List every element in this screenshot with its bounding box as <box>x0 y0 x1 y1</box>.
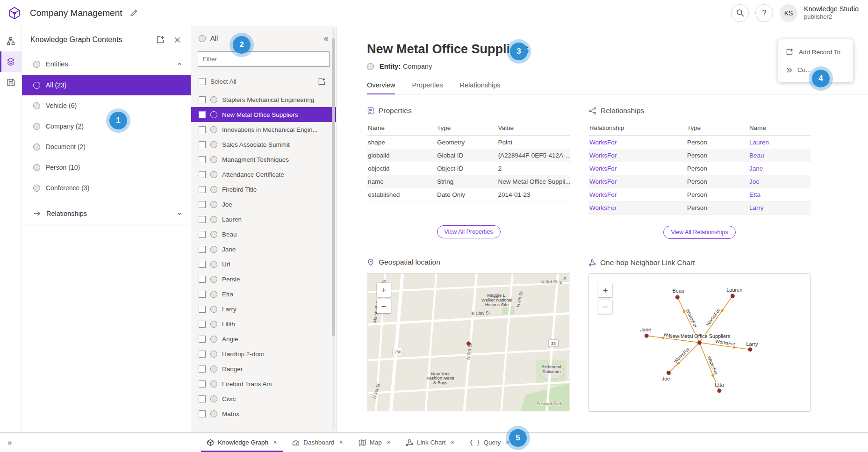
map-marker[interactable] <box>467 342 471 345</box>
record-link[interactable]: WorksFor <box>588 188 686 201</box>
list-item-larry[interactable]: Larry <box>191 301 336 316</box>
zoom-out-button[interactable]: − <box>598 300 612 314</box>
list-item-civic[interactable]: Civic <box>191 391 336 406</box>
graph-node-joe[interactable] <box>667 371 671 375</box>
list-item-innovations-in-mechanical-engin[interactable]: Innovations in Mechanical Engin... <box>191 122 336 137</box>
list-item-managment-techniques[interactable]: Managment Techniques <box>191 152 336 167</box>
zoom-out-button[interactable]: − <box>377 299 391 313</box>
record-link[interactable]: WorksFor <box>588 175 686 188</box>
scrollbar[interactable] <box>332 28 335 430</box>
record-link[interactable]: Beau <box>748 149 811 162</box>
list-item-jane[interactable]: Jane <box>191 242 336 257</box>
item-checkbox[interactable] <box>199 395 206 402</box>
item-checkbox[interactable] <box>199 276 206 283</box>
list-item-uri[interactable]: Uri <box>191 257 336 272</box>
link-chart[interactable]: WorksForWorksForWorksForWorksForWorksFor… <box>588 273 811 412</box>
item-checkbox[interactable] <box>199 156 206 163</box>
expand-map-icon[interactable] <box>560 277 566 284</box>
item-checkbox[interactable] <box>199 351 206 358</box>
entity-filter-vehicle-6[interactable]: Vehicle (6) <box>22 95 191 116</box>
view-all-relationships-button[interactable]: View All Relationships <box>663 226 735 239</box>
list-item-staplers-mechanical-engineering[interactable]: Staplers Mechanical Engineering <box>191 92 336 107</box>
menu-item-add-record-to[interactable]: Add Record To <box>778 43 853 61</box>
entity-filter-document-2[interactable]: Document (2) <box>22 136 191 157</box>
zoom-in-button[interactable]: + <box>377 283 391 297</box>
scrollbar-thumb[interactable] <box>332 38 335 336</box>
item-checkbox[interactable] <box>199 126 206 133</box>
list-item-firebird-title[interactable]: Firebird Title <box>191 182 336 197</box>
avatar[interactable]: KS <box>780 4 797 22</box>
tab-properties[interactable]: Properties <box>412 81 443 94</box>
list-item-persie[interactable]: Persie <box>191 272 336 287</box>
close-panel-button[interactable] <box>170 33 184 47</box>
list-item-etta[interactable]: Etta <box>191 287 336 301</box>
list-item-beau[interactable]: Beau <box>191 227 336 242</box>
close-tab-icon[interactable]: ✕ <box>273 439 277 445</box>
list-item-matrix[interactable]: Matrix <box>191 406 336 421</box>
item-checkbox[interactable] <box>199 231 206 238</box>
graph-node-lauren[interactable] <box>731 294 735 298</box>
relationships-section-header[interactable]: Relationships <box>22 203 191 224</box>
entity-filter-person-10[interactable]: Person (10) <box>22 157 191 178</box>
list-item-joe[interactable]: Joe <box>191 197 336 212</box>
item-checkbox[interactable] <box>199 366 206 373</box>
tab-overview[interactable]: Overview <box>367 81 395 94</box>
record-link[interactable]: WorksFor <box>588 136 686 149</box>
entity-filter-conference-3[interactable]: Conference (3) <box>22 178 191 198</box>
record-link[interactable]: Lauren <box>748 136 811 149</box>
item-checkbox[interactable] <box>199 171 206 178</box>
list-item-new-metal-office-suppliers[interactable]: New Metal Office Suppliers <box>191 107 336 122</box>
item-checkbox[interactable] <box>199 321 206 328</box>
bottom-tab-dashboard[interactable]: Dashboard✕ <box>285 433 351 452</box>
tab-relationships[interactable]: Relationships <box>460 81 501 94</box>
item-checkbox[interactable] <box>199 141 206 148</box>
view-all-properties-button[interactable]: View All Properties <box>437 225 501 238</box>
collapse-panel-button[interactable]: « <box>324 34 329 43</box>
list-item-lilith[interactable]: Lilith <box>191 316 336 331</box>
record-link[interactable]: WorksFor <box>588 162 686 175</box>
map[interactable]: Clay StN 3rd StN 4th StMaggie L.Walker N… <box>367 273 570 411</box>
entities-section-header[interactable]: Entities <box>22 53 191 75</box>
item-checkbox[interactable] <box>199 380 206 387</box>
list-item-sales-associate-summit[interactable]: Sales Associate Summit <box>191 137 336 152</box>
bottom-tab-knowledge-graph[interactable]: Knowledge Graph✕ <box>199 433 285 452</box>
bottom-tab-link-chart[interactable]: Link Chart✕ <box>398 433 462 452</box>
list-item-hardtop-2-door[interactable]: Hardtop 2-door <box>191 346 336 361</box>
close-tab-icon[interactable]: ✕ <box>387 439 391 445</box>
close-tab-icon[interactable]: ✕ <box>339 439 343 445</box>
rail-save-button[interactable] <box>0 72 22 93</box>
close-tab-icon[interactable]: ✕ <box>451 439 455 445</box>
record-link[interactable]: WorksFor <box>588 149 686 162</box>
search-button[interactable] <box>731 4 749 22</box>
record-link[interactable]: Joe <box>748 175 811 188</box>
select-all-checkbox[interactable] <box>199 78 206 85</box>
new-layer-button[interactable] <box>153 33 167 47</box>
list-item-firebird-trans-am[interactable]: Firebird Trans Am <box>191 376 336 391</box>
record-link[interactable]: Jane <box>748 162 811 175</box>
record-link[interactable]: Etta <box>748 188 811 201</box>
entity-filter-all-23[interactable]: All (23) <box>22 75 191 95</box>
graph-node-beau[interactable] <box>675 295 680 300</box>
edit-title-button[interactable] <box>130 9 138 17</box>
item-checkbox[interactable] <box>199 306 206 313</box>
record-link[interactable]: WorksFor <box>588 201 686 215</box>
record-link[interactable]: Larry <box>748 201 811 215</box>
list-item-attendance-certificate[interactable]: Attendance Certificate <box>191 167 336 182</box>
item-checkbox[interactable] <box>199 336 206 343</box>
item-checkbox[interactable] <box>199 216 206 223</box>
entity-filter-company-2[interactable]: Company (2) <box>22 116 191 136</box>
expand-rail-button[interactable]: » <box>7 438 12 447</box>
item-checkbox[interactable] <box>199 186 206 193</box>
item-checkbox[interactable] <box>199 246 206 253</box>
rail-hierarchy-button[interactable] <box>0 31 22 51</box>
list-item-ranger[interactable]: Ranger <box>191 361 336 376</box>
list-item-angie[interactable]: Angie <box>191 331 336 346</box>
item-checkbox[interactable] <box>199 291 206 298</box>
item-checkbox[interactable] <box>199 96 206 103</box>
rail-layers-button[interactable] <box>0 51 22 72</box>
help-button[interactable]: ? <box>755 4 773 22</box>
list-item-lauren[interactable]: Lauren <box>191 212 336 227</box>
graph-node-new-metal-office-suppliers[interactable] <box>697 341 702 345</box>
graph-node-larry[interactable] <box>748 347 753 352</box>
item-checkbox[interactable] <box>199 201 206 208</box>
